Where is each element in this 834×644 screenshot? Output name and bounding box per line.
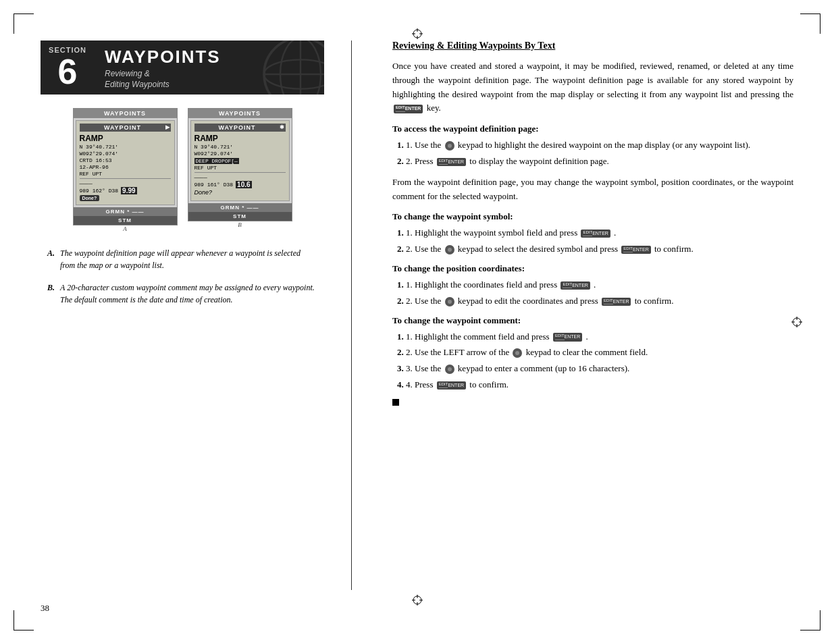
device-a-coords1: N 39°40.721': [80, 144, 171, 150]
device-a-value: 9.99: [121, 187, 136, 194]
page-number: 38: [41, 603, 49, 614]
watermark-globe: [260, 41, 324, 95]
change-symbol-step-1: 1. Highlight the waypoint symbol field a…: [406, 226, 793, 240]
change-coords-step-2: 2. Use the keypad to edit the coordinate…: [406, 294, 793, 308]
change-comment-step-1: 1. Highlight the comment field and press…: [406, 330, 793, 344]
right-column: Reviewing & Editing Waypoints By Text On…: [379, 41, 793, 590]
page: SECTION 6 WAYPOINTS Reviewing & Editing …: [0, 0, 834, 644]
device-a-speed-row: 989 162° D38 9.99: [80, 187, 171, 194]
edit-btn-coord-2: EDITENTER: [602, 298, 631, 306]
edit-btn-cmt-4: EDITENTER: [437, 381, 466, 390]
device-a-bottom2: STM: [74, 216, 177, 225]
change-coords-steps: 1. Highlight the coordinates field and p…: [406, 278, 793, 308]
intro-edit-btn: EDITENTER: [394, 105, 423, 113]
device-a-ref: REF UPT: [80, 171, 171, 177]
device-b-ref: REF UPT: [194, 165, 286, 171]
change-comment-step-3: 3. Use the keypad to enter a comment (up…: [406, 362, 793, 376]
device-a-divider1: [80, 178, 171, 179]
access-step-2: 2. Press EDITENTER to display the waypoi…: [406, 155, 793, 169]
device-b-label: B: [238, 221, 242, 228]
joystick-icon-coord-2: [445, 297, 454, 306]
change-comment-steps: 1. Highlight the comment field and press…: [406, 330, 793, 392]
section-header: SECTION 6 WAYPOINTS Reviewing & Editing …: [41, 41, 324, 95]
caption-b-letter: B.: [47, 281, 55, 306]
edit-btn-coord-1: EDITENTER: [561, 281, 590, 290]
device-a-done-btn[interactable]: Done?: [80, 195, 100, 201]
device-a-screen: WAYPOINT ▶ RAMP N 39°40.721' W092°29.074…: [76, 120, 175, 205]
device-a-coords2: W092°29.074': [80, 151, 171, 157]
device-a: WAYPOINTS WAYPOINT ▶ RAMP N 39°40.721' W…: [73, 108, 178, 225]
device-a-label: A: [123, 225, 127, 232]
device-a-wrapper: WAYPOINTS WAYPOINT ▶ RAMP N 39°40.721' W…: [73, 108, 178, 234]
change-comment-step-4: 4. Press EDITENTER to confirm.: [406, 378, 793, 392]
device-b-screen: WAYPOINT ✱ RAMP N 39°40.721' W092°29.074…: [190, 120, 290, 201]
access-heading: To access the waypoint definition page:: [392, 124, 793, 134]
device-b-header: WAYPOINTS: [188, 109, 292, 118]
right-col-heading: Reviewing & Editing Waypoints By Text: [392, 41, 793, 51]
section-right: WAYPOINTS Reviewing & Editing Waypoints: [95, 41, 324, 95]
edit-btn-sym-1: EDITENTER: [581, 230, 610, 238]
edit-btn-sym-2: EDITENTER: [621, 246, 650, 254]
device-b-name: RAMP: [194, 134, 286, 143]
device-b-bottom2: STM: [188, 212, 292, 221]
joystick-icon-cmt-2: [513, 348, 522, 358]
section-number: 6: [58, 54, 78, 89]
change-symbol-steps: 1. Highlight the waypoint symbol field a…: [406, 226, 793, 257]
device-b-blank: ————: [194, 174, 286, 180]
column-divider: [351, 41, 352, 590]
section-end-marker: [392, 399, 399, 406]
change-coords-step-1: 1. Highlight the coordinates field and p…: [406, 278, 793, 292]
joystick-icon-sym-2: [445, 245, 454, 254]
device-a-bottom1: GRMN * ——: [74, 207, 177, 216]
device-a-btn-row: Done?: [80, 195, 171, 201]
device-b-coords2: W092°29.074': [194, 151, 286, 157]
intro-paragraph: Once you have created and stored a waypo…: [392, 59, 793, 115]
change-comment-step-2: 2. Use the LEFT arrow of the keypad to c…: [406, 346, 793, 360]
change-comment-heading: To change the waypoint comment:: [392, 315, 793, 326]
intro-end: key.: [427, 103, 441, 113]
device-a-date: 12-APR-96: [80, 164, 171, 170]
device-b-speed-row: 989 161° D38 10.6: [194, 181, 286, 188]
device-a-crtd: CRTD 16:53: [80, 157, 171, 163]
change-symbol-heading: To change the waypoint symbol:: [392, 211, 793, 222]
caption-area: A. The waypoint definition page will app…: [41, 247, 324, 306]
device-a-speed: 989 162° D38: [80, 188, 119, 194]
joystick-icon-1: [445, 141, 454, 151]
edit-btn-access-2: EDITENTER: [437, 158, 466, 166]
change-symbol-step-2: 2. Use the keypad to select the desired …: [406, 242, 793, 257]
left-column: SECTION 6 WAYPOINTS Reviewing & Editing …: [41, 41, 324, 590]
caption-a: A. The waypoint definition page will app…: [47, 247, 317, 271]
section-left: SECTION 6: [41, 41, 95, 95]
device-b-divider: [194, 172, 286, 173]
device-b-deep: DEEP DROPOF[—: [194, 158, 239, 164]
device-a-header: WAYPOINTS: [74, 109, 177, 118]
device-b: WAYPOINTS WAYPOINT ✱ RAMP N 39°40.721' W…: [188, 108, 292, 221]
device-a-blank: ————: [80, 180, 171, 186]
device-a-screen-header: WAYPOINT ▶: [80, 124, 171, 132]
device-b-speed: 989 161° D38: [194, 182, 234, 188]
between-text: From the waypoint definition page, you m…: [392, 176, 793, 204]
caption-b-text: A 20-character custom waypoint comment m…: [60, 281, 317, 306]
device-b-value: 10.6: [236, 181, 251, 188]
device-b-wrapper: WAYPOINTS WAYPOINT ✱ RAMP N 39°40.721' W…: [188, 108, 292, 234]
access-steps: 1. Use the keypad to highlight the desir…: [406, 138, 793, 169]
caption-b: B. A 20-character custom waypoint commen…: [47, 281, 317, 306]
device-a-name: RAMP: [80, 134, 171, 143]
devices-container: WAYPOINTS WAYPOINT ▶ RAMP N 39°40.721' W…: [41, 108, 324, 234]
intro-text: Once you have created and stored a waypo…: [392, 61, 793, 99]
caption-a-text: The waypoint definition page will appear…: [60, 247, 317, 271]
device-b-coords1: N 39°40.721': [194, 144, 286, 150]
device-b-question-row: Done?: [194, 189, 286, 196]
device-b-done: Done?: [194, 189, 213, 196]
edit-btn-cmt-1: EDITENTER: [553, 333, 582, 341]
device-b-screen-header: WAYPOINT ✱: [194, 124, 286, 132]
access-step-1: 1. Use the keypad to highlight the desir…: [406, 138, 793, 153]
device-b-bottom1: GRMN * ——: [188, 203, 292, 212]
joystick-icon-cmt-3: [445, 365, 454, 374]
content-area: SECTION 6 WAYPOINTS Reviewing & Editing …: [41, 41, 793, 590]
change-coords-heading: To change the position coordinates:: [392, 263, 793, 274]
caption-a-letter: A.: [47, 247, 55, 271]
